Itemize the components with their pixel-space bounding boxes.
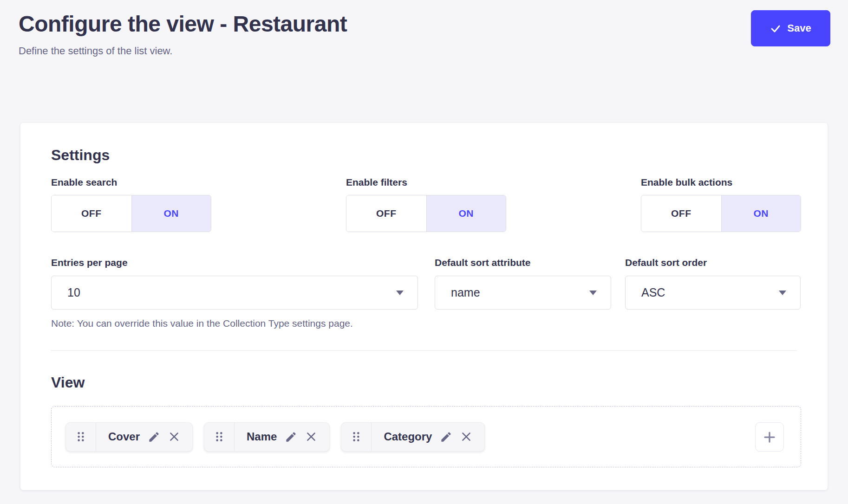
- edit-field-button[interactable]: [148, 431, 160, 443]
- default-sort-order-field: Default sort order ASC: [625, 257, 801, 310]
- drag-dots-icon: [352, 431, 360, 442]
- drag-dots-icon: [215, 431, 223, 442]
- default-sort-attribute-field: Default sort attribute name: [435, 257, 611, 310]
- settings-heading: Settings: [51, 147, 110, 164]
- field-chip-cover[interactable]: Cover: [65, 422, 193, 452]
- enable-bulk-actions-off-option[interactable]: OFF: [641, 195, 721, 232]
- chevron-down-icon: [396, 291, 404, 295]
- remove-field-button[interactable]: [168, 431, 180, 443]
- page-title: Configure the view - Restaurant: [19, 11, 347, 37]
- page-subtitle: Define the settings of the list view.: [19, 45, 172, 57]
- pencil-icon: [285, 431, 297, 443]
- enable-search-label: Enable search: [51, 177, 211, 188]
- chip-body: Name: [235, 423, 329, 451]
- chip-label: Cover: [108, 430, 140, 443]
- view-fields-dropzone: Cover: [51, 406, 801, 467]
- default-sort-attribute-value: name: [451, 286, 480, 299]
- entries-per-page-value: 10: [67, 286, 80, 299]
- edit-field-button[interactable]: [440, 431, 452, 443]
- enable-filters-toggle: OFF ON: [346, 195, 506, 232]
- enable-search-on-option[interactable]: ON: [131, 195, 211, 232]
- chip-label: Name: [247, 430, 277, 443]
- view-heading: View: [51, 374, 85, 391]
- configure-view-page: Configure the view - Restaurant Define t…: [0, 0, 848, 504]
- section-divider: [51, 350, 797, 351]
- entries-per-page-select[interactable]: 10: [51, 276, 418, 310]
- drag-handle[interactable]: [66, 423, 96, 451]
- entries-per-page-note: Note: You can override this value in the…: [51, 318, 353, 329]
- drag-handle[interactable]: [204, 423, 234, 451]
- check-icon: [770, 23, 781, 34]
- default-sort-order-select[interactable]: ASC: [625, 276, 801, 310]
- add-field-button[interactable]: [755, 422, 784, 452]
- default-sort-attribute-select[interactable]: name: [435, 276, 611, 310]
- drag-handle[interactable]: [341, 423, 371, 451]
- chevron-down-icon: [589, 291, 597, 295]
- chevron-down-icon: [779, 291, 786, 295]
- close-icon: [460, 431, 472, 443]
- drag-dots-icon: [77, 431, 85, 442]
- field-chip-name[interactable]: Name: [204, 422, 330, 452]
- remove-field-button[interactable]: [305, 431, 317, 443]
- remove-field-button[interactable]: [460, 431, 472, 443]
- enable-search-toggle: OFF ON: [51, 195, 211, 232]
- chip-body: Cover: [96, 423, 192, 451]
- default-sort-order-value: ASC: [641, 286, 665, 299]
- enable-filters-field: Enable filters OFF ON: [346, 177, 506, 232]
- default-sort-order-label: Default sort order: [625, 257, 801, 268]
- pencil-icon: [148, 431, 160, 443]
- chip-body: Category: [372, 423, 484, 451]
- close-icon: [305, 431, 317, 443]
- save-button-label: Save: [787, 22, 811, 34]
- enable-filters-off-option[interactable]: OFF: [346, 195, 426, 232]
- enable-bulk-actions-label: Enable bulk actions: [641, 177, 801, 188]
- plus-icon: [763, 430, 776, 444]
- chip-label: Category: [384, 430, 432, 443]
- enable-search-off-option[interactable]: OFF: [52, 195, 131, 232]
- enable-bulk-actions-toggle: OFF ON: [641, 195, 801, 232]
- enable-bulk-actions-on-option[interactable]: ON: [721, 195, 801, 232]
- save-button[interactable]: Save: [751, 10, 830, 46]
- entries-per-page-field: Entries per page 10: [51, 257, 418, 310]
- enable-filters-label: Enable filters: [346, 177, 506, 188]
- entries-per-page-label: Entries per page: [51, 257, 418, 268]
- edit-field-button[interactable]: [285, 431, 297, 443]
- settings-card: Settings Enable search OFF ON Enable fil…: [20, 123, 828, 490]
- field-chip-category[interactable]: Category: [341, 422, 485, 452]
- enable-filters-on-option[interactable]: ON: [426, 195, 506, 232]
- enable-search-field: Enable search OFF ON: [51, 177, 211, 232]
- default-sort-attribute-label: Default sort attribute: [435, 257, 611, 268]
- enable-bulk-actions-field: Enable bulk actions OFF ON: [641, 177, 801, 232]
- pencil-icon: [440, 431, 452, 443]
- close-icon: [168, 431, 180, 443]
